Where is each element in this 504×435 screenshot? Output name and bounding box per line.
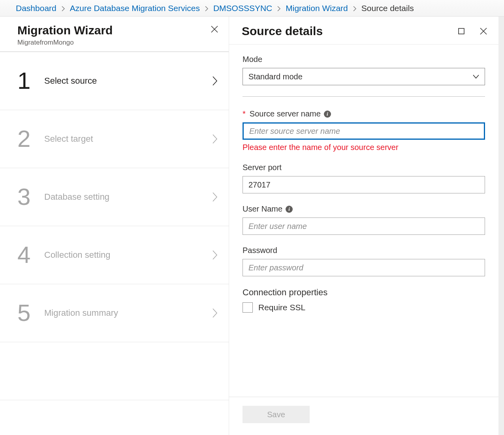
step-select-source[interactable]: 1 Select source — [0, 52, 229, 110]
svg-rect-2 — [459, 28, 464, 34]
chevron-right-icon — [212, 192, 218, 202]
step-number: 5 — [17, 301, 41, 325]
server-name-error: Please enter the name of your source ser… — [243, 143, 485, 152]
step-empty — [0, 342, 229, 400]
details-title: Source details — [242, 24, 323, 38]
breadcrumb-project[interactable]: DMSOSSSYNC — [213, 4, 272, 13]
step-database-setting[interactable]: 3 Database setting — [0, 168, 229, 226]
password-input[interactable] — [243, 259, 485, 276]
step-label: Collection setting — [44, 250, 212, 260]
step-number: 1 — [17, 69, 41, 93]
step-select-target[interactable]: 2 Select target — [0, 110, 229, 168]
mode-select[interactable]: Standard mode — [243, 68, 485, 85]
password-label: Password — [243, 246, 485, 255]
restore-window-button[interactable] — [456, 26, 467, 37]
section-divider — [243, 96, 485, 97]
close-wizard-button[interactable] — [209, 24, 220, 35]
connection-properties-title: Connection properties — [243, 287, 485, 298]
chevron-right-icon — [202, 6, 211, 11]
require-ssl-checkbox[interactable] — [243, 302, 253, 313]
mode-label: Mode — [243, 55, 485, 64]
breadcrumb-wizard[interactable]: Migration Wizard — [286, 4, 348, 13]
step-label: Select target — [44, 134, 212, 144]
breadcrumb-service[interactable]: Azure Database Migration Services — [70, 4, 200, 13]
chevron-right-icon — [212, 308, 218, 318]
wizard-title: Migration Wizard — [17, 24, 113, 37]
server-name-label: Source server name — [250, 109, 321, 118]
info-icon[interactable]: i — [324, 111, 331, 118]
user-name-input[interactable] — [243, 218, 485, 235]
step-label: Migration summary — [44, 308, 212, 318]
server-port-label: Server port — [243, 163, 485, 172]
chevron-right-icon — [350, 6, 359, 11]
required-marker: * — [243, 109, 246, 118]
require-ssl-row[interactable]: Require SSL — [243, 302, 485, 313]
breadcrumb: Dashboard Azure Database Migration Servi… — [0, 0, 504, 17]
chevron-right-icon — [212, 134, 218, 144]
wizard-subtitle: MigratefromMongo — [17, 39, 113, 47]
close-details-button[interactable] — [478, 26, 489, 37]
step-migration-summary[interactable]: 5 Migration summary — [0, 284, 229, 342]
step-collection-setting[interactable]: 4 Collection setting — [0, 226, 229, 284]
server-port-input[interactable] — [243, 176, 485, 193]
chevron-right-icon — [212, 250, 218, 260]
chevron-right-icon — [212, 76, 218, 86]
step-label: Select source — [44, 76, 212, 86]
server-name-input[interactable] — [243, 122, 485, 140]
info-icon[interactable]: i — [286, 206, 293, 213]
step-number: 3 — [17, 185, 41, 209]
step-number: 2 — [17, 127, 41, 151]
user-name-label: User Name — [243, 204, 282, 214]
step-label: Database setting — [44, 192, 212, 202]
chevron-right-icon — [275, 6, 283, 11]
step-number: 4 — [17, 243, 41, 267]
require-ssl-label: Require SSL — [258, 303, 305, 312]
chevron-right-icon — [59, 6, 68, 11]
breadcrumb-dashboard[interactable]: Dashboard — [16, 4, 56, 13]
wizard-pane: Migration Wizard MigratefromMongo 1 Sele… — [0, 17, 229, 435]
details-pane: Source details Mode Standard mode — [229, 17, 504, 435]
save-button[interactable]: Save — [243, 406, 310, 423]
breadcrumb-current: Source details — [361, 4, 414, 13]
